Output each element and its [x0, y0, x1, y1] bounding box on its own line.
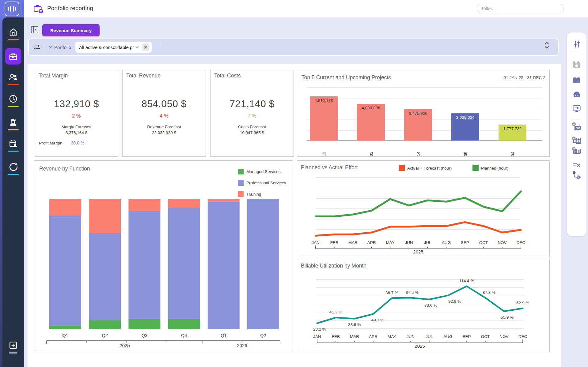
right-tool-panel: PDF P [567, 32, 586, 236]
time-underline [8, 106, 19, 107]
kpi-forecast-value: 10,947,965 $ [211, 130, 294, 136]
x-tick-label: APR [367, 240, 376, 245]
app-root: Portfolio reporting Revenue Summary [0, 0, 588, 367]
x-tick-label: AUG [442, 240, 451, 245]
users-icon [8, 72, 18, 82]
x-tick-label: FEB [330, 240, 338, 245]
x-tick-label: JAN [313, 334, 321, 339]
x-tick-label: JUL [424, 240, 431, 245]
x-tick-label: Q2 [260, 333, 266, 338]
portfolio-report-icon [33, 3, 44, 14]
top-bar: Portfolio reporting [24, 0, 588, 18]
data-point-label: 55.9 % [501, 315, 514, 320]
stack-segment-professional-services[interactable] [49, 216, 81, 325]
sidebar-item-home[interactable] [2, 27, 24, 40]
stack-segment-professional-services[interactable] [247, 199, 279, 329]
data-point-label: 28.1 % [313, 327, 326, 331]
x-tick-label: SEP [461, 240, 469, 245]
save-button[interactable] [567, 60, 586, 69]
kpi-delta: 7 % [211, 113, 294, 119]
chevron-down-icon [544, 46, 549, 49]
stack-segment-professional-services[interactable] [168, 208, 200, 319]
exclude-list-icon [572, 160, 582, 170]
clear-filter-button[interactable] [142, 43, 149, 51]
kpi-forecast-value: 8,376,164 $ [35, 130, 118, 136]
filterbar-scroll-arrows[interactable] [544, 42, 549, 49]
x-tick-label: JUN [405, 240, 413, 245]
revenue-by-function-stacked-chart: Revenue by FunctionManaged ServicesProfe… [35, 161, 293, 352]
dashboard-settings-button[interactable] [567, 103, 586, 113]
filter-input[interactable] [477, 4, 564, 13]
x-axis-group-label: 2026 [237, 343, 247, 348]
chart-card-revenue-by-function: Revenue by FunctionManaged ServicesProfe… [35, 160, 293, 352]
stack-segment-managed-services[interactable] [168, 319, 200, 329]
stack-segment-managed-services[interactable] [128, 319, 160, 329]
export-ppt-button[interactable]: P [567, 145, 586, 157]
kpi-title: Total Margin [39, 73, 68, 79]
legend-swatch [238, 180, 244, 186]
stack-segment-training[interactable] [89, 199, 121, 233]
legend-swatch [472, 165, 479, 171]
kpi-secondary: Profit Margin38.0 % [39, 140, 84, 145]
stack-segment-training[interactable] [128, 199, 160, 211]
stack-segment-training[interactable] [208, 199, 240, 202]
stack-segment-training[interactable] [49, 199, 81, 216]
bar-value-label: 4,093,995 [362, 106, 380, 110]
sidebar-item-projects[interactable] [2, 48, 24, 65]
bar-category-label: P004 [510, 152, 515, 156]
data-point-label: 62.9 % [516, 301, 529, 305]
export-ppt-icon: P [571, 145, 582, 157]
sidebar-item-time[interactable] [2, 94, 24, 107]
series-line-planned-hour-[interactable] [316, 191, 521, 216]
kpi-value: 132,910 $ [35, 98, 118, 110]
stack-segment-managed-services[interactable] [89, 320, 121, 329]
bar-value-label: 3,029,024 [456, 115, 475, 120]
sidebar-item-users[interactable] [2, 72, 24, 85]
kpi-secondary-value: 38.0 % [71, 140, 85, 145]
chevron-down-icon[interactable] [135, 46, 139, 49]
ai-assistant-button[interactable] [567, 90, 586, 99]
column-settings-button[interactable] [567, 39, 586, 49]
sidebar-item-add[interactable] [2, 340, 24, 354]
legend-swatch [238, 191, 244, 197]
sidebar-item-resources[interactable] [2, 117, 24, 130]
caret-down-icon [49, 46, 52, 48]
export-pdf-button[interactable]: PDF [567, 122, 586, 133]
kpi-forecast-label: Margin Forecast [35, 124, 118, 130]
x-tick-label: MAY [388, 334, 396, 339]
series-line-actual-forecast-hour-[interactable] [316, 222, 521, 236]
portfolio-filter-dropdown[interactable]: Portfolio [49, 45, 71, 50]
exclude-items-button[interactable] [567, 160, 586, 170]
workflow-settings-button[interactable] [567, 170, 586, 181]
data-point-label: 49.7 % [371, 318, 384, 322]
sync-icon [8, 162, 18, 172]
bar-category-label: P013 [322, 152, 326, 156]
stack-segment-training[interactable] [168, 199, 200, 208]
stack-segment-professional-services[interactable] [208, 202, 240, 329]
portfolio-filter-chip[interactable]: All active & consolidable pr [75, 42, 152, 53]
x-tick-label: MAR [348, 240, 358, 245]
app-logo-block[interactable] [0, 0, 24, 17]
sidebar-item-sync[interactable] [2, 162, 24, 175]
export-excel-button[interactable] [567, 135, 586, 147]
svg-text:P: P [574, 150, 576, 153]
x-tick-label: MAR [350, 334, 359, 339]
bar-P013[interactable] [310, 96, 338, 140]
revenue-summary-button[interactable]: Revenue Summary [42, 24, 100, 36]
x-tick-label: JUL [426, 334, 433, 339]
knowledge-base-button[interactable] [567, 76, 586, 85]
stack-segment-managed-services[interactable] [49, 325, 81, 329]
stack-segment-professional-services[interactable] [89, 233, 121, 320]
chart-date-range: 01-JAN-25 - 31-DEC-2 [503, 75, 545, 80]
kpi-title: Total Revenue [126, 73, 161, 79]
kpi-forecast-label: Revenue Forecast [123, 124, 206, 130]
column-sliders-icon [572, 39, 582, 49]
stack-segment-professional-services[interactable] [128, 211, 160, 319]
chart-card-billable-utilization: Billable Utilization by Month28.1 %41.3 … [297, 259, 550, 352]
filter-sliders-icon[interactable] [33, 43, 41, 51]
panel-toggle-icon[interactable] [30, 25, 39, 34]
time-clock-icon [8, 94, 18, 104]
sidebar-item-scheduling[interactable] [2, 139, 24, 152]
x-tick-label: AUG [443, 334, 452, 339]
divider [571, 118, 583, 118]
